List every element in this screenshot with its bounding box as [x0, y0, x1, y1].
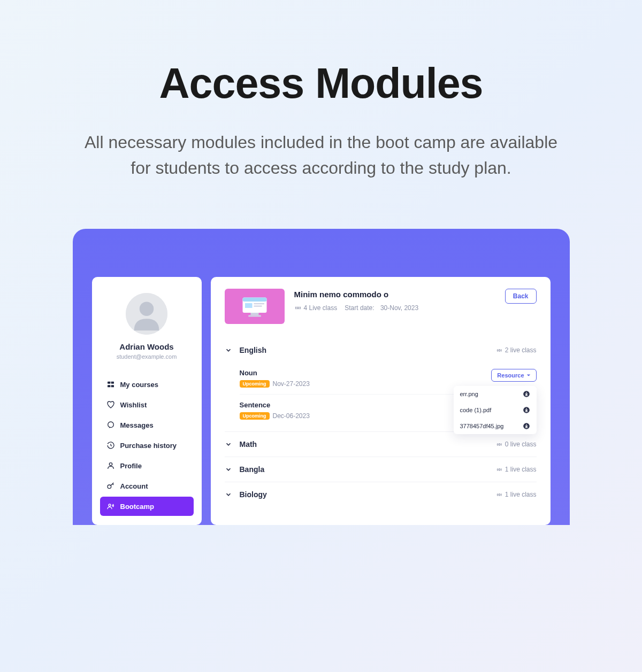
svg-point-22 — [499, 443, 500, 445]
svg-point-6 — [108, 422, 113, 428]
module-live-count: 2 live class — [496, 346, 537, 354]
sidebar-item-messages[interactable]: Messages — [100, 415, 194, 435]
status-badge: Upcoming — [240, 380, 270, 388]
app-frame: Adrian Woods student@example.com My cour… — [73, 229, 570, 525]
module-name: English — [240, 346, 496, 354]
broadcast-icon — [496, 491, 503, 498]
sidebar-item-label: Purchase history — [120, 442, 177, 450]
resource-button[interactable]: Resource — [491, 369, 536, 382]
module-header[interactable]: Bangla1 live class — [225, 457, 537, 482]
svg-point-24 — [499, 493, 500, 495]
sidebar-item-label: My courses — [120, 381, 159, 389]
svg-rect-15 — [254, 303, 264, 304]
svg-point-7 — [109, 463, 112, 466]
main-panel: Minim nemo commodo o 4 Live class Start … — [211, 277, 551, 525]
chevron-down-icon — [225, 491, 232, 498]
live-class-count: 4 Live class — [294, 304, 338, 312]
avatar — [126, 293, 167, 335]
page-subtitle: All necessary modules included in the bo… — [80, 129, 562, 181]
module-live-count: 1 live class — [496, 491, 537, 498]
sidebar-item-purchase-history[interactable]: Purchase history — [100, 436, 194, 455]
svg-point-1 — [140, 302, 154, 316]
svg-rect-14 — [245, 303, 253, 308]
chevron-icon — [225, 490, 234, 499]
module-header[interactable]: Biology1 live class — [225, 482, 537, 507]
svg-rect-4 — [108, 385, 110, 387]
svg-rect-2 — [108, 382, 110, 384]
svg-point-18 — [499, 349, 500, 351]
user-name: Adrian Woods — [100, 342, 194, 351]
chat-icon — [106, 421, 115, 429]
svg-rect-16 — [254, 306, 262, 307]
resource-dropdown: err.pngcode (1).pdf3778457df45.jpg — [454, 386, 537, 434]
download-icon — [523, 406, 530, 414]
sidebar-item-label: Wishlist — [120, 401, 147, 409]
module-math: Math0 live class — [225, 431, 537, 457]
svg-rect-12 — [250, 313, 258, 315]
sidebar-item-label: Bootcamp — [120, 503, 155, 511]
broadcast-icon — [496, 441, 503, 448]
topic-date: Dec-06-2023 — [273, 412, 310, 420]
sidebar-item-account[interactable]: Account — [100, 476, 194, 496]
sidebar: Adrian Woods student@example.com My cour… — [92, 277, 202, 525]
sidebar-item-label: Messages — [120, 421, 154, 429]
person-icon — [106, 461, 115, 470]
svg-rect-13 — [248, 315, 261, 317]
broadcast-icon — [496, 466, 503, 473]
module-header[interactable]: Math0 live class — [225, 432, 537, 457]
chevron-down-icon — [225, 466, 232, 473]
user-email: student@example.com — [100, 353, 194, 360]
start-date: Start date: 30-Nov, 2023 — [345, 304, 418, 312]
module-live-count: 1 live class — [496, 466, 537, 473]
module-live-count: 0 live class — [496, 441, 537, 448]
course-title: Minim nemo commodo o — [294, 290, 495, 299]
back-button[interactable]: Back — [505, 289, 537, 304]
resource-filename: code (1).pdf — [460, 407, 492, 413]
module-name: Biology — [240, 490, 496, 499]
svg-rect-11 — [242, 298, 266, 302]
bootcamp-icon — [106, 502, 115, 511]
broadcast-icon — [496, 347, 503, 354]
sidebar-item-wishlist[interactable]: Wishlist — [100, 395, 194, 414]
resource-file[interactable]: code (1).pdf — [454, 402, 537, 418]
resource-filename: 3778457df45.jpg — [460, 423, 504, 429]
sidebar-item-profile[interactable]: Profile — [100, 456, 194, 475]
topic-title: Noun — [240, 369, 492, 377]
history-icon — [106, 441, 115, 450]
topic-date: Nov-27-2023 — [273, 380, 310, 388]
chevron-down-icon — [225, 346, 232, 354]
module-name: Bangla — [240, 465, 496, 474]
sidebar-item-label: Account — [120, 482, 148, 490]
module-name: Math — [240, 440, 496, 449]
module-header[interactable]: English2 live class — [225, 338, 537, 362]
sidebar-item-bootcamp[interactable]: Bootcamp — [100, 497, 194, 516]
chevron-icon — [225, 439, 234, 449]
module-biology: Biology1 live class — [225, 482, 537, 507]
sidebar-item-my-courses[interactable]: My courses — [100, 375, 194, 394]
chevron-icon — [225, 465, 234, 474]
status-badge: Upcoming — [240, 412, 270, 420]
svg-rect-3 — [111, 382, 113, 384]
resource-filename: err.png — [460, 391, 478, 397]
courses-icon — [106, 380, 115, 389]
page-title: Access Modules — [78, 59, 564, 108]
svg-point-23 — [499, 468, 500, 470]
module-bangla: Bangla1 live class — [225, 457, 537, 482]
svg-point-9 — [109, 504, 111, 506]
download-icon — [523, 422, 530, 430]
sidebar-item-label: Profile — [120, 462, 142, 470]
resource-file[interactable]: err.png — [454, 386, 537, 402]
svg-point-17 — [297, 307, 299, 309]
module-english: English2 live classNounUpcomingNov-27-20… — [225, 338, 537, 431]
key-icon — [106, 482, 115, 490]
chevron-icon — [225, 345, 234, 355]
broadcast-icon — [294, 304, 302, 312]
resource-file[interactable]: 3778457df45.jpg — [454, 418, 537, 434]
heart-icon — [106, 400, 115, 409]
caret-down-icon — [526, 373, 531, 377]
download-icon — [523, 390, 530, 398]
chevron-down-icon — [225, 441, 232, 448]
svg-rect-5 — [111, 385, 113, 387]
course-thumbnail — [225, 289, 285, 324]
